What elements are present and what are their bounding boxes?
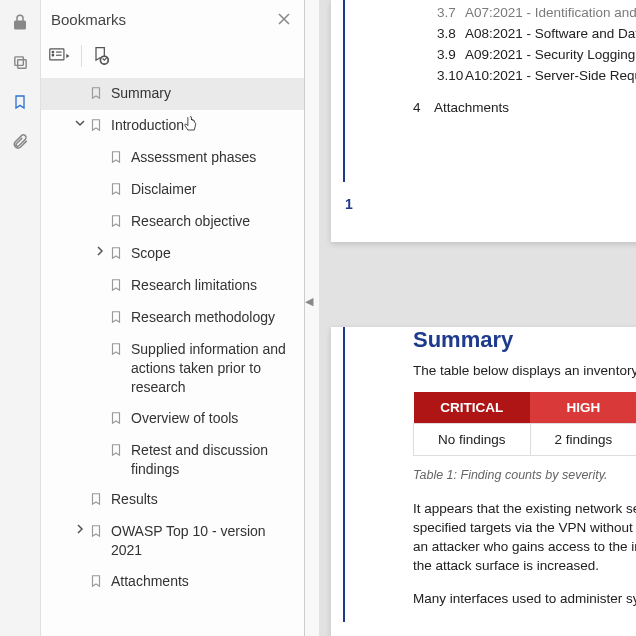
severity-table: CRITICAL HIGH No findings 2 findings xyxy=(413,392,636,456)
toc-entry: 3.10A10:2021 - Server-Side Request xyxy=(413,65,636,86)
bookmark-label: Introduction xyxy=(107,116,184,135)
bookmark-item[interactable]: Assessment phases xyxy=(41,142,304,174)
collapse-icon[interactable]: ◀ xyxy=(305,295,313,308)
pdf-page-2: Summary The table below displays an inve… xyxy=(331,327,636,636)
attachment-icon[interactable] xyxy=(2,124,38,160)
bookmark-outline-icon xyxy=(109,308,127,325)
bookmark-outline-icon xyxy=(109,244,127,261)
toc-title: A09:2021 - Security Logging an xyxy=(465,47,636,62)
bookmark-label: OWASP Top 10 - version 2021 xyxy=(107,522,294,560)
toc-entry: 3.9A09:2021 - Security Logging an xyxy=(413,44,636,65)
svg-rect-1 xyxy=(14,56,22,65)
summary-intro: The table below displays an inventory of… xyxy=(413,363,636,392)
toolbar-separator xyxy=(81,45,82,67)
toc-number: 3.9 xyxy=(437,47,465,62)
close-icon[interactable] xyxy=(274,9,294,29)
bookmark-item[interactable]: Summary xyxy=(41,78,304,110)
bookmark-item[interactable]: Research limitations xyxy=(41,270,304,302)
bookmark-item[interactable]: Retest and discussion findings xyxy=(41,435,304,485)
bookmark-item[interactable]: Disclaimer xyxy=(41,174,304,206)
bookmark-item[interactable]: Research methodology xyxy=(41,302,304,334)
toc-number: 3.10 xyxy=(437,68,465,83)
svg-point-3 xyxy=(52,51,54,53)
lock-icon[interactable] xyxy=(2,4,38,40)
toc-title: A07:2021 - Identification and xyxy=(465,5,636,20)
bookmark-outline-icon xyxy=(109,340,127,357)
bookmark-item[interactable]: Introduction xyxy=(41,110,304,142)
severity-value-high: 2 findings xyxy=(530,424,636,456)
bookmarks-panel: Bookmarks SummaryIntroductionAssessment … xyxy=(41,0,305,636)
add-bookmark-icon[interactable] xyxy=(92,46,110,66)
panel-toolbar xyxy=(41,38,304,74)
svg-rect-0 xyxy=(17,59,26,67)
bookmark-outline-icon xyxy=(109,148,127,165)
toc-title: A10:2021 - Server-Side Request xyxy=(465,68,636,83)
toc-title: A08:2021 - Software and Data xyxy=(465,26,636,41)
bookmark-item[interactable]: Scope xyxy=(41,238,304,270)
bookmark-label: Summary xyxy=(107,84,171,103)
bookmark-outline-icon xyxy=(109,276,127,293)
toc-number: 3.8 xyxy=(437,26,465,41)
copy-icon[interactable] xyxy=(2,44,38,80)
bookmark-outline-icon xyxy=(89,490,107,507)
bookmark-label: Results xyxy=(107,490,158,509)
bookmark-outline-icon xyxy=(109,409,127,426)
bookmark-label: Attachments xyxy=(107,572,189,591)
chevron-right-icon[interactable] xyxy=(71,522,89,534)
bookmark-label: Retest and discussion findings xyxy=(127,441,294,479)
toc-entry: 3.7A07:2021 - Identification and xyxy=(413,2,636,23)
bookmark-label: Research methodology xyxy=(127,308,275,327)
bookmark-label: Disclaimer xyxy=(127,180,196,199)
table-caption: Table 1: Finding counts by severity. xyxy=(413,456,636,500)
bookmark-label: Research objective xyxy=(127,212,250,231)
severity-header-critical: CRITICAL xyxy=(414,392,531,424)
paragraph: Many interfaces used to administer syste… xyxy=(413,590,636,623)
bookmark-item[interactable]: Research objective xyxy=(41,206,304,238)
bookmark-tree: SummaryIntroductionAssessment phasesDisc… xyxy=(41,74,304,636)
toc-title: Attachments xyxy=(434,100,509,115)
bookmark-outline-icon xyxy=(109,180,127,197)
bookmark-outline-icon xyxy=(109,441,127,458)
bookmark-label: Assessment phases xyxy=(127,148,256,167)
sidebar-rail xyxy=(0,0,41,636)
page-number: 1 xyxy=(345,196,353,212)
bookmark-item[interactable]: Overview of tools xyxy=(41,403,304,435)
chevron-right-icon[interactable] xyxy=(91,244,109,256)
bookmark-item[interactable]: Supplied information and actions taken p… xyxy=(41,334,304,403)
summary-heading: Summary xyxy=(413,327,636,363)
pdf-page-1: 3.7A07:2021 - Identification and3.8A08:2… xyxy=(331,0,636,242)
toc-entry: 3.8A08:2021 - Software and Data xyxy=(413,23,636,44)
bookmark-label: Supplied information and actions taken p… xyxy=(127,340,294,397)
panel-resize-handle[interactable]: ◀ xyxy=(305,0,319,636)
toc-number: 3.7 xyxy=(437,5,465,20)
bookmark-outline-icon xyxy=(89,522,107,539)
bookmark-item[interactable]: Results xyxy=(41,484,304,516)
options-icon[interactable] xyxy=(49,47,71,65)
toc-number: 4 xyxy=(413,100,431,115)
bookmark-label: Overview of tools xyxy=(127,409,238,428)
paragraph: It appears that the existing network seg… xyxy=(413,500,636,590)
bookmark-item[interactable]: OWASP Top 10 - version 2021 xyxy=(41,516,304,566)
bookmark-outline-icon xyxy=(89,572,107,589)
severity-value-critical: No findings xyxy=(414,424,531,456)
bookmark-outline-icon xyxy=(89,116,107,133)
bookmark-icon[interactable] xyxy=(2,84,38,120)
bookmark-outline-icon xyxy=(109,212,127,229)
panel-title: Bookmarks xyxy=(51,11,274,28)
bookmark-label: Scope xyxy=(127,244,171,263)
svg-point-5 xyxy=(52,54,54,56)
bookmark-label: Research limitations xyxy=(127,276,257,295)
bookmark-item[interactable]: Attachments xyxy=(41,566,304,598)
chevron-down-icon[interactable] xyxy=(71,116,89,128)
severity-header-high: HIGH xyxy=(530,392,636,424)
document-viewer[interactable]: 3.7A07:2021 - Identification and3.8A08:2… xyxy=(319,0,636,636)
bookmark-outline-icon xyxy=(89,84,107,101)
